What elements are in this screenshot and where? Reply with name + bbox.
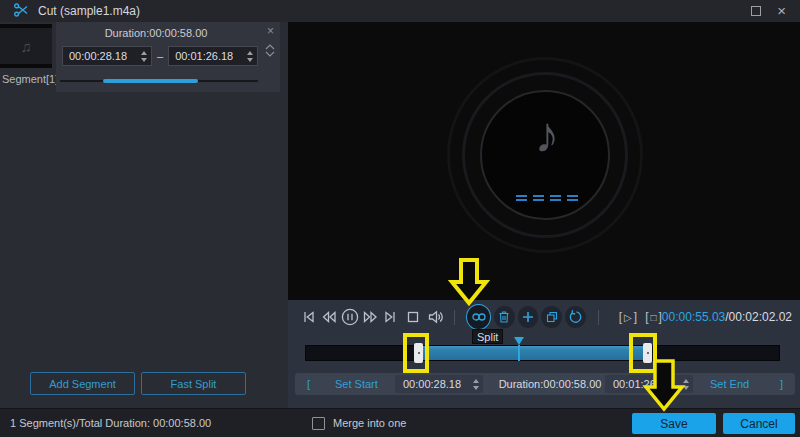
segment-end-stepper[interactable] — [247, 47, 253, 65]
segment-summary: 1 Segment(s)/Total Duration: 00:00:58.00 — [10, 417, 211, 429]
merge-checkbox-label: Merge into one — [333, 417, 406, 429]
segment-start-value[interactable] — [63, 50, 127, 62]
window-title: Cut (sample1.m4a) — [38, 4, 140, 18]
music-note-icon: ♫ — [20, 38, 31, 55]
range-dash: – — [157, 50, 163, 62]
pause-button[interactable] — [340, 307, 360, 327]
skip-start-button[interactable] — [300, 307, 319, 327]
start-trim-handle[interactable] — [414, 343, 423, 363]
total-time: /00:02:02.02 — [725, 310, 792, 324]
titlebar: Cut (sample1.m4a) × — [0, 0, 800, 22]
maximize-icon[interactable] — [751, 6, 761, 16]
copy-segment-button[interactable] — [541, 306, 562, 328]
start-time-field[interactable]: 00:00:28.18 — [395, 375, 483, 393]
fast-split-button[interactable]: Fast Split — [141, 372, 246, 395]
segment-card: Duration:00:00:58.00 – — [56, 22, 280, 92]
rewind-button[interactable] — [320, 307, 339, 327]
step-down-icon[interactable] — [247, 58, 253, 62]
player-panel: ♪ — [288, 22, 800, 408]
stop-button[interactable] — [403, 307, 422, 327]
preview-disc: ♪ — [480, 90, 610, 220]
cut-dialog-window: Cut (sample1.m4a) × ♫ Segment[1] Duratio… — [0, 0, 800, 437]
step-down-icon[interactable] — [141, 58, 147, 62]
delete-segment-button[interactable] — [494, 306, 515, 328]
controls-separator — [454, 310, 455, 325]
open-bracket: [ — [307, 373, 310, 395]
reset-button[interactable] — [565, 306, 586, 328]
segment-end-input[interactable] — [168, 46, 258, 66]
segment-start-input[interactable] — [62, 46, 152, 66]
chevron-down-icon — [265, 51, 275, 57]
music-note-icon: ♪ — [482, 106, 612, 164]
audio-preview-area: ♪ — [288, 22, 800, 300]
add-segment-button[interactable]: Add Segment — [30, 372, 135, 395]
skip-end-button[interactable] — [381, 307, 400, 327]
status-bar: 1 Segment(s)/Total Duration: 00:00:58.00… — [0, 408, 800, 437]
mini-timeline-selection — [103, 79, 198, 83]
small-stop-icon: □ — [650, 312, 656, 323]
stop-segment-button[interactable]: [□] — [645, 310, 662, 324]
chevron-up-icon — [265, 44, 275, 50]
step-up-icon[interactable] — [473, 379, 479, 383]
fast-forward-button[interactable] — [361, 307, 380, 327]
small-play-icon: ▷ — [624, 312, 632, 323]
merge-checkbox[interactable] — [312, 417, 325, 430]
trim-parameter-bar: [ Set Start 00:00:28.18 Duration:00:00:5… — [295, 373, 795, 395]
step-down-icon[interactable] — [683, 386, 689, 390]
play-segment-button[interactable]: [▷] — [619, 310, 637, 324]
player-controls: [▷] [□] 00:00:55.03/00:02:02.02 — [288, 300, 800, 334]
segment-end-value[interactable] — [169, 50, 233, 62]
step-down-icon[interactable] — [473, 386, 479, 390]
playhead-icon[interactable] — [514, 337, 524, 345]
timeline-selection[interactable] — [414, 346, 652, 360]
segment-mini-timeline — [60, 79, 258, 83]
step-up-icon[interactable] — [683, 379, 689, 383]
equalizer-icon — [482, 195, 612, 201]
scissors-icon — [13, 3, 29, 19]
timeline-track[interactable] — [305, 345, 780, 361]
time-display: 00:00:55.03/00:02:02.02 — [662, 310, 792, 324]
current-time: 00:00:55.03 — [662, 310, 725, 324]
controls-separator — [598, 310, 599, 325]
split-button[interactable] — [466, 304, 491, 330]
collapse-segment-control[interactable] — [265, 44, 275, 57]
save-button[interactable]: Save — [632, 413, 716, 434]
end-time-stepper[interactable] — [683, 375, 689, 393]
close-icon[interactable]: × — [777, 6, 786, 16]
timeline-row — [288, 334, 800, 372]
step-up-icon[interactable] — [141, 51, 147, 55]
set-start-button[interactable]: Set Start — [335, 373, 378, 395]
cancel-button[interactable]: Cancel — [723, 413, 795, 434]
duration-label: Duration:00:00:58.00 — [495, 373, 605, 395]
segment-list-panel: ♫ Segment[1] Duration:00:00:58.00 – — [0, 22, 288, 408]
segment-thumbnail[interactable]: ♫ — [0, 24, 52, 68]
volume-button[interactable] — [426, 307, 446, 327]
segment-start-stepper[interactable] — [141, 47, 147, 65]
start-time-stepper[interactable] — [473, 375, 479, 393]
playhead-line — [518, 345, 520, 361]
set-end-button[interactable]: Set End — [710, 373, 749, 395]
end-trim-handle[interactable] — [643, 343, 652, 363]
segment-label: Segment[1] — [2, 73, 58, 85]
segment-duration-label: Duration:00:00:58.00 — [56, 22, 256, 39]
step-up-icon[interactable] — [247, 51, 253, 55]
close-bracket: ] — [780, 373, 783, 395]
remove-segment-icon[interactable]: × — [267, 25, 274, 37]
add-button[interactable] — [518, 306, 539, 328]
end-time-field[interactable]: 00:01:26.18 — [605, 375, 693, 393]
split-tooltip: Split — [472, 329, 503, 344]
